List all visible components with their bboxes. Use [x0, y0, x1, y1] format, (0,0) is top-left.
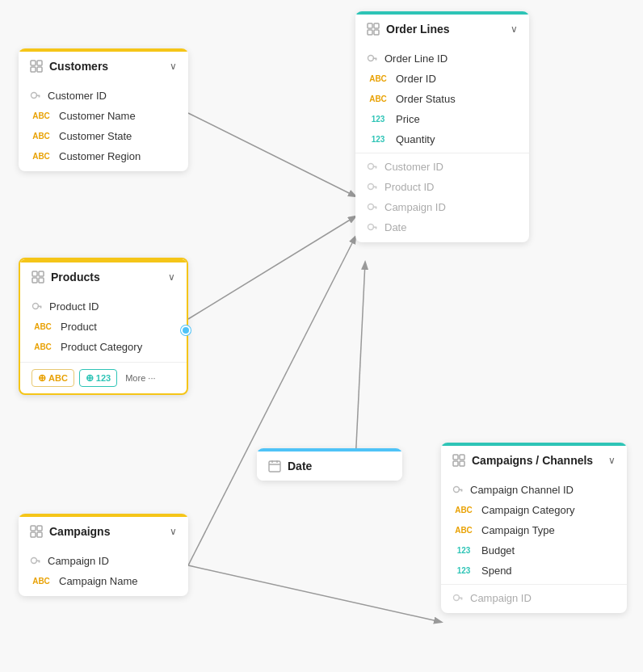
customers-chevron[interactable]: ∨	[170, 61, 177, 72]
svg-rect-43	[37, 526, 42, 531]
cc-field-channel-id: Campaign Channel ID	[441, 480, 627, 500]
campaigns-title: Campaigns	[49, 525, 110, 538]
campaigns-channels-chevron[interactable]: ∨	[608, 455, 616, 466]
key-icon-faded	[367, 182, 378, 193]
more-options[interactable]: More ···	[125, 373, 155, 383]
table-icon	[30, 525, 43, 538]
svg-rect-12	[368, 23, 372, 28]
order-lines-field-customer-id: Customer ID	[355, 157, 529, 177]
add-123-label: 123	[96, 373, 111, 383]
date-table: Date	[257, 448, 402, 481]
cc-field-campaign-id: Campaign ID	[441, 588, 627, 608]
products-chevron[interactable]: ∨	[168, 271, 175, 283]
svg-line-1	[188, 216, 355, 319]
svg-rect-30	[376, 228, 377, 229]
svg-rect-13	[374, 23, 379, 28]
key-icon-faded	[367, 162, 378, 173]
campaigns-field-name: ABC Campaign Name	[19, 571, 188, 591]
field-label: Customer ID	[385, 161, 443, 173]
svg-rect-37	[40, 307, 42, 309]
field-label: Order ID	[396, 73, 436, 85]
svg-rect-10	[36, 94, 40, 96]
cc-field-type: ABC Campaign Type	[441, 520, 627, 540]
abc-badge: ABC	[32, 322, 54, 331]
campaigns-channels-body: Campaign Channel ID ABC Campaign Categor…	[441, 475, 627, 613]
svg-rect-36	[38, 305, 42, 307]
field-label: Customer State	[59, 130, 132, 142]
campaigns-table: Campaigns ∨ Campaign ID ABC Campaign Nam…	[19, 514, 188, 596]
field-label: Customer ID	[48, 90, 107, 102]
customers-title: Customers	[49, 60, 108, 73]
field-label: Order Status	[396, 93, 456, 105]
svg-rect-31	[32, 271, 37, 276]
table-icon	[30, 60, 43, 73]
field-label: Budget	[481, 544, 515, 556]
svg-rect-48	[39, 561, 40, 563]
order-lines-field-status: ABC Order Status	[355, 89, 529, 109]
plus-icon: ⊕	[38, 372, 46, 384]
svg-point-46	[32, 557, 37, 563]
cc-field-spend: 123 Spend	[441, 561, 627, 581]
key-icon	[32, 301, 43, 313]
add-abc-button[interactable]: ⊕ ABC	[32, 369, 74, 387]
svg-line-2	[355, 262, 365, 462]
order-lines-table: Order Lines ∨ Order Line ID ABC Order ID…	[355, 11, 529, 242]
key-icon	[30, 556, 41, 567]
svg-point-28	[368, 224, 374, 229]
num-badge: 123	[452, 566, 475, 575]
svg-rect-20	[373, 166, 377, 167]
products-title: Products	[51, 271, 100, 284]
field-label: Spend	[481, 565, 512, 577]
svg-rect-58	[461, 598, 463, 600]
calendar-icon	[268, 460, 281, 472]
svg-point-19	[368, 163, 374, 169]
add-abc-label: ABC	[48, 373, 68, 383]
add-123-button[interactable]: ⊕ 123	[79, 369, 117, 387]
products-field-id: Product ID	[20, 296, 187, 317]
customers-field-region: ABC Customer Region	[19, 146, 188, 166]
campaigns-body: Campaign ID ABC Campaign Name	[19, 546, 188, 596]
svg-rect-38	[269, 461, 280, 472]
customers-body: Customer ID ABC Customer Name ABC Custom…	[19, 81, 188, 171]
svg-rect-47	[36, 560, 40, 561]
svg-point-16	[368, 55, 374, 61]
order-lines-field-date: Date	[355, 217, 529, 237]
campaigns-chevron[interactable]: ∨	[170, 526, 177, 537]
svg-rect-44	[31, 532, 36, 537]
svg-rect-27	[376, 208, 377, 209]
svg-point-9	[32, 92, 37, 98]
cc-field-category: ABC Campaign Category	[441, 500, 627, 520]
abc-badge: ABC	[367, 94, 389, 103]
abc-badge: ABC	[30, 132, 53, 141]
customers-header: Customers ∨	[19, 48, 188, 81]
campaigns-header: Campaigns ∨	[19, 514, 188, 546]
order-lines-title: Order Lines	[386, 23, 450, 36]
svg-rect-52	[460, 461, 464, 466]
svg-rect-42	[31, 526, 36, 531]
svg-rect-17	[373, 57, 377, 59]
order-lines-chevron[interactable]: ∨	[511, 23, 518, 35]
field-label: Price	[396, 113, 420, 125]
customers-field-name: ABC Customer Name	[19, 106, 188, 126]
field-label: Quantity	[396, 133, 435, 145]
svg-rect-14	[368, 30, 372, 35]
campaigns-channels-header: Campaigns / Channels ∨	[441, 443, 627, 475]
svg-rect-7	[31, 67, 36, 72]
svg-rect-5	[31, 61, 36, 65]
abc-badge: ABC	[30, 111, 53, 120]
svg-line-3	[188, 237, 355, 565]
field-label: Date	[385, 221, 406, 233]
table-icon	[452, 454, 465, 467]
customers-table: Customers ∨ Customer ID ABC Customer Nam…	[19, 48, 188, 171]
field-label: Product Category	[61, 341, 142, 353]
key-icon-faded	[367, 202, 378, 213]
table-icon	[367, 23, 380, 36]
field-label: Customer Name	[59, 110, 136, 122]
plus-icon: ⊕	[86, 372, 94, 384]
products-body: Product ID ABC Product ABC Product Categ…	[20, 292, 187, 362]
field-label: Order Line ID	[385, 52, 448, 65]
svg-rect-29	[373, 226, 377, 228]
campaigns-channels-table: Campaigns / Channels ∨ Campaign Channel …	[441, 443, 627, 613]
order-lines-header: Order Lines ∨	[355, 11, 529, 44]
svg-rect-24	[376, 187, 377, 189]
